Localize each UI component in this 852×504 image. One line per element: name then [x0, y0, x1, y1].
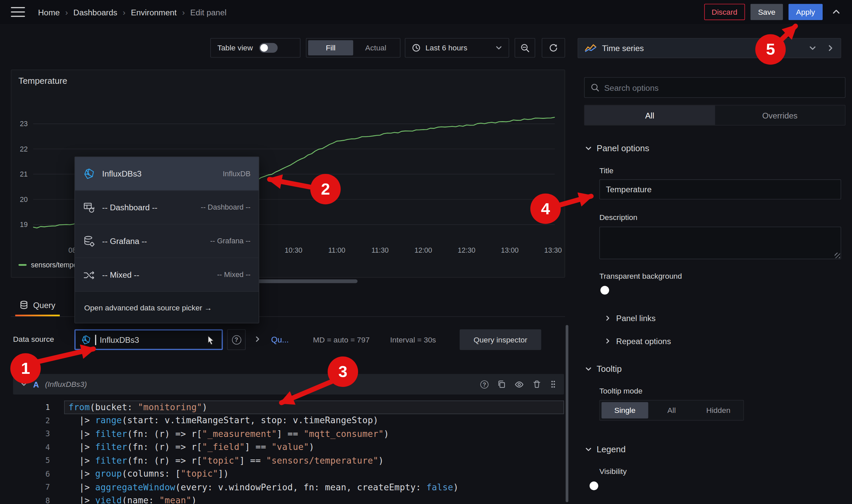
- code-line[interactable]: 1from(bucket: "monitoring"): [13, 400, 564, 414]
- datasource-option-grafana[interactable]: -- Grafana -- -- Grafana --: [75, 224, 259, 258]
- section-panel-options[interactable]: Panel options: [585, 144, 649, 153]
- code-line[interactable]: 4 |> filter(fn: (r) => r["_field"] == "v…: [13, 440, 564, 454]
- query-options-label[interactable]: Qu...: [271, 335, 289, 344]
- query-options-chevron-icon[interactable]: [254, 336, 261, 342]
- tooltip-mode-single[interactable]: Single: [601, 402, 648, 418]
- time-series-viz-icon: [585, 44, 597, 52]
- time-range-picker[interactable]: Last 6 hours: [405, 38, 509, 58]
- tooltip-mode-all[interactable]: All: [648, 402, 695, 418]
- menu-icon[interactable]: [11, 7, 25, 17]
- horizontal-scrollbar[interactable]: [254, 280, 358, 283]
- panel-links-label: Panel links: [616, 313, 655, 323]
- dashboard-datasource-icon: [83, 201, 95, 213]
- panel-links-collapsible[interactable]: Panel links: [605, 313, 655, 323]
- vertical-scrollbar[interactable]: [566, 325, 568, 502]
- refresh-button[interactable]: [542, 38, 565, 58]
- save-button[interactable]: Save: [750, 4, 783, 20]
- datasource-option-type: InfluxDB: [223, 169, 251, 178]
- toggle-knob: [600, 286, 609, 294]
- clock-icon: [412, 43, 420, 52]
- chevron-down-icon: [495, 45, 502, 51]
- options-tabs: All Overrides: [584, 105, 845, 126]
- open-advanced-picker-label: Open advanced data source picker →: [84, 303, 212, 312]
- influxdb-logo-icon: [83, 167, 95, 180]
- visualization-picker[interactable]: Time series: [578, 38, 841, 58]
- breadcrumb-environment[interactable]: Environment: [131, 7, 177, 17]
- actual-option[interactable]: Actual: [353, 40, 398, 55]
- grafana-edit-panel-screen: Home › Dashboards › Environment › Edit p…: [0, 0, 852, 504]
- breadcrumb-separator: ›: [182, 7, 185, 17]
- delete-query-icon[interactable]: [532, 380, 541, 389]
- datasource-label: Data source: [13, 335, 54, 343]
- tab-query-label: Query: [33, 301, 55, 310]
- query-inspector-button[interactable]: Query inspector: [459, 329, 541, 350]
- apply-button[interactable]: Apply: [788, 4, 823, 20]
- query-ref-id: A: [33, 379, 39, 389]
- breadcrumb-separator: ›: [65, 7, 68, 17]
- table-view-toggle[interactable]: [259, 43, 278, 53]
- panel-title-input[interactable]: [599, 179, 841, 199]
- code-line[interactable]: 8 |> yield(name: "mean"): [13, 494, 564, 504]
- datasource-option-influxdbs3[interactable]: InfluxDBs3 InfluxDB: [75, 157, 259, 191]
- transparent-background-label: Transparent background: [599, 272, 682, 281]
- datasource-help-button[interactable]: ?: [227, 329, 246, 350]
- search-options-input[interactable]: [604, 83, 839, 92]
- tab-query[interactable]: Query: [13, 293, 62, 316]
- datasource-option-dashboard[interactable]: -- Dashboard -- -- Dashboard --: [75, 191, 259, 224]
- line-number: 3: [13, 430, 64, 438]
- legend-visibility-label: Visibility: [599, 467, 627, 475]
- code-line-content: |> range(start: v.timeRangeStart, stop: …: [64, 414, 564, 427]
- code-line[interactable]: 3 |> filter(fn: (r) => r["_measurement"]…: [13, 427, 564, 440]
- question-mark-icon: ?: [232, 335, 241, 344]
- svg-text:13:30: 13:30: [544, 246, 562, 254]
- breadcrumb-dashboards[interactable]: Dashboards: [73, 7, 117, 17]
- influxdb-logo-icon: [81, 335, 91, 345]
- datasource-option-name: -- Grafana --: [102, 236, 203, 246]
- svg-text:10:30: 10:30: [285, 246, 302, 254]
- datasource-picker-input[interactable]: InfluxDBs3: [74, 329, 223, 350]
- database-icon: [20, 301, 29, 309]
- svg-text:19: 19: [20, 221, 28, 228]
- flux-query-editor[interactable]: 1from(bucket: "monitoring")2 |> range(st…: [13, 400, 564, 504]
- discard-button[interactable]: Discard: [704, 4, 745, 20]
- visualization-name: Time series: [602, 43, 644, 53]
- section-title: Panel options: [597, 144, 649, 153]
- repeat-options-collapsible[interactable]: Repeat options: [605, 337, 671, 346]
- code-line[interactable]: 6 |> group(columns: ["topic"]): [13, 467, 564, 480]
- code-line-content: |> filter(fn: (r) => r["_measurement"] =…: [64, 427, 564, 440]
- hide-query-icon[interactable]: [514, 379, 524, 389]
- pane-collapse-icon[interactable]: [827, 45, 834, 52]
- svg-text:12:30: 12:30: [457, 246, 475, 254]
- datasource-picker-dropdown: InfluxDBs3 InfluxDB -- Dashboard -- -- D…: [74, 157, 259, 323]
- breadcrumb: Home › Dashboards › Environment › Edit p…: [38, 7, 226, 17]
- svg-text:22: 22: [20, 145, 28, 153]
- datasource-option-name: -- Dashboard --: [102, 203, 194, 212]
- section-tooltip[interactable]: Tooltip: [585, 364, 622, 374]
- code-line[interactable]: 2 |> range(start: v.timeRangeStart, stop…: [13, 414, 564, 427]
- tooltip-mode-hidden[interactable]: Hidden: [695, 402, 742, 418]
- viz-chevron-down-icon[interactable]: [809, 45, 816, 52]
- code-line-content: from(bucket: "monitoring"): [64, 400, 564, 414]
- zoom-out-button[interactable]: [514, 38, 535, 58]
- tab-all[interactable]: All: [585, 106, 715, 125]
- collapse-chevron-icon[interactable]: [21, 381, 28, 388]
- query-help-icon[interactable]: ?: [480, 380, 488, 388]
- open-advanced-picker-button[interactable]: Open advanced data source picker →: [75, 292, 259, 323]
- section-legend[interactable]: Legend: [585, 445, 626, 454]
- drag-handle-icon[interactable]: [550, 380, 557, 389]
- code-line[interactable]: 7 |> aggregateWindow(every: v.windowPeri…: [13, 480, 564, 494]
- text-caret: [95, 335, 96, 345]
- search-icon: [591, 83, 599, 92]
- fill-option[interactable]: Fill: [308, 40, 353, 55]
- tab-overrides[interactable]: Overrides: [715, 106, 845, 125]
- breadcrumb-home[interactable]: Home: [38, 7, 60, 17]
- collapse-options-icon[interactable]: [828, 4, 844, 20]
- panel-description-textarea[interactable]: [599, 227, 841, 259]
- legend-color-swatch: [18, 264, 26, 266]
- datasource-option-mixed[interactable]: -- Mixed -- -- Mixed --: [75, 258, 259, 292]
- query-row-header[interactable]: A (InfluxDBs3) ?: [13, 374, 564, 395]
- duplicate-query-icon[interactable]: [497, 380, 506, 389]
- code-editor-lines: 1from(bucket: "monitoring")2 |> range(st…: [13, 400, 564, 504]
- table-view-control: Table view: [210, 38, 300, 58]
- code-line[interactable]: 5 |> filter(fn: (r) => r["topic"] == "se…: [13, 454, 564, 467]
